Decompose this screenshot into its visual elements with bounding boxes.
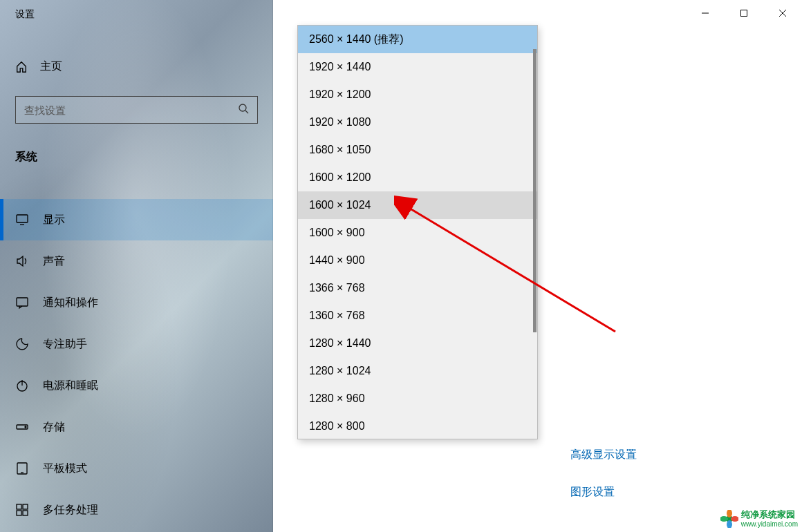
- resolution-option[interactable]: 1360 × 768: [298, 302, 537, 330]
- power-icon: [15, 379, 29, 392]
- dropdown-scrollbar[interactable]: [533, 49, 537, 332]
- graphics-settings-link[interactable]: 图形设置: [570, 485, 615, 500]
- watermark: 纯净系统家园 www.yidaimei.com: [720, 510, 798, 528]
- nav-label: 平板模式: [43, 462, 87, 476]
- resolution-option[interactable]: 1280 × 1024: [298, 357, 537, 385]
- resolution-option[interactable]: 1440 × 900: [298, 247, 537, 274]
- display-icon: [15, 213, 29, 227]
- svg-rect-2: [17, 215, 28, 222]
- tablet-icon: [15, 462, 29, 475]
- home-icon: [15, 61, 28, 73]
- category-label: 系统: [0, 136, 273, 171]
- window-title-text: 设置: [15, 8, 35, 21]
- maximize-button[interactable]: [725, 0, 763, 26]
- svg-rect-4: [17, 298, 28, 306]
- advanced-display-link[interactable]: 高级显示设置: [570, 448, 637, 462]
- focus-icon: [15, 337, 29, 351]
- nav-list: 显示 声音 通知和操作 专注助手: [0, 199, 273, 532]
- search-box[interactable]: [15, 96, 258, 124]
- nav-label: 显示: [43, 213, 65, 227]
- window-controls: [686, 0, 802, 26]
- nav-item-focus[interactable]: 专注助手: [0, 323, 273, 365]
- resolution-option[interactable]: 1280 × 800: [298, 412, 537, 439]
- nav-label: 声音: [43, 254, 65, 269]
- storage-icon: [15, 420, 29, 434]
- svg-rect-12: [23, 504, 28, 509]
- resolution-option[interactable]: 1920 × 1200: [298, 81, 537, 108]
- search-input[interactable]: [24, 104, 238, 116]
- nav-item-storage[interactable]: 存储: [0, 406, 273, 448]
- close-button[interactable]: [763, 0, 802, 26]
- maximize-icon: [740, 9, 748, 17]
- watermark-icon: [720, 510, 738, 528]
- minimize-icon: [701, 9, 709, 17]
- nav-label: 多任务处理: [43, 503, 98, 517]
- nav-item-sound[interactable]: 声音: [0, 240, 273, 282]
- minimize-button[interactable]: [686, 0, 725, 26]
- nav-item-power[interactable]: 电源和睡眠: [0, 365, 273, 406]
- resolution-dropdown[interactable]: 2560 × 1440 (推荐) 1920 × 1440 1920 × 1200…: [297, 25, 538, 439]
- resolution-option[interactable]: 2560 × 1440 (推荐): [298, 26, 537, 53]
- close-icon: [778, 9, 787, 17]
- multitask-icon: [15, 503, 29, 517]
- svg-point-0: [239, 104, 246, 111]
- nav-item-tablet[interactable]: 平板模式: [0, 448, 273, 489]
- window-title: 设置: [0, 0, 273, 29]
- resolution-option[interactable]: 1600 × 900: [298, 219, 537, 247]
- svg-rect-11: [17, 504, 21, 509]
- svg-rect-14: [23, 511, 28, 515]
- resolution-option[interactable]: 1680 × 1050: [298, 136, 537, 164]
- svg-rect-13: [17, 511, 21, 515]
- resolution-option[interactable]: 1366 × 768: [298, 274, 537, 302]
- svg-rect-17: [741, 10, 747, 17]
- svg-line-1: [245, 111, 248, 113]
- home-label: 主页: [40, 59, 62, 74]
- nav-label: 电源和睡眠: [43, 379, 98, 393]
- resolution-option[interactable]: 1920 × 1080: [298, 108, 537, 136]
- resolution-option[interactable]: 1920 × 1440: [298, 53, 537, 81]
- nav-item-notifications[interactable]: 通知和操作: [0, 282, 273, 323]
- nav-item-multitask[interactable]: 多任务处理: [0, 489, 273, 531]
- nav-label: 存储: [43, 420, 65, 435]
- resolution-option[interactable]: 1600 × 1200: [298, 164, 537, 191]
- watermark-title: 纯净系统家园: [741, 510, 798, 520]
- resolution-option[interactable]: 1280 × 1440: [298, 330, 537, 357]
- watermark-url: www.yidaimei.com: [741, 520, 798, 528]
- resolution-option[interactable]: 1280 × 960: [298, 385, 537, 412]
- svg-point-8: [25, 426, 26, 428]
- search-icon: [238, 103, 249, 117]
- nav-label: 专注助手: [43, 337, 87, 352]
- sidebar: 设置 主页 系统 显示: [0, 0, 273, 532]
- nav-item-display[interactable]: 显示: [0, 199, 273, 240]
- sound-icon: [15, 254, 29, 268]
- nav-label: 通知和操作: [43, 296, 98, 310]
- home-button[interactable]: 主页: [0, 50, 273, 84]
- notify-icon: [15, 296, 29, 310]
- resolution-option[interactable]: 1600 × 1024: [298, 191, 537, 219]
